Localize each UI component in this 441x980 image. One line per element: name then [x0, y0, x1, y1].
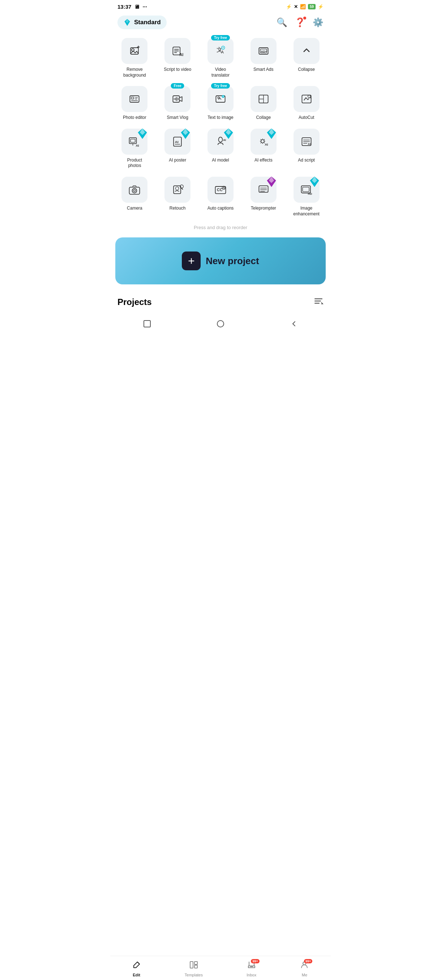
status-bar: 13:37 🖥 ··· ⚡ ✕ 📶 59 ⚡	[110, 0, 331, 13]
projects-section: Projects	[110, 293, 331, 313]
sort-button[interactable]	[314, 296, 323, 308]
diamond-badge-product-photos	[136, 127, 149, 140]
tool-ai-poster[interactable]: AI AI poster	[157, 126, 199, 172]
wifi-icon: 📶	[300, 4, 306, 10]
new-project-button[interactable]: + New project	[115, 237, 326, 285]
svg-point-62	[176, 187, 179, 190]
tool-autocut[interactable]: AutoCut	[285, 83, 327, 124]
diamond-badge-teleprompter	[265, 175, 278, 188]
help-button[interactable]: ❓	[295, 18, 306, 27]
autocut-icon	[300, 92, 313, 105]
diamond-badge-ai-poster	[179, 127, 192, 140]
svg-rect-33	[302, 95, 311, 103]
auto-captions-label: Auto captions	[207, 205, 234, 212]
tool-smart-vlog[interactable]: Free Smart Vlog	[157, 83, 199, 124]
tool-ad-script[interactable]: AI Ad script	[285, 126, 327, 172]
photo-editor-icon	[128, 92, 141, 105]
new-project-label: New project	[206, 256, 259, 267]
tool-retouch[interactable]: Retouch	[157, 174, 199, 220]
retouch-label: Retouch	[170, 205, 186, 212]
svg-text:AI: AI	[223, 186, 225, 189]
circle-icon	[216, 320, 225, 328]
ai-model-label: AI model	[212, 158, 229, 163]
tool-photo-editor[interactable]: Photo editor	[114, 83, 155, 124]
android-home-btn[interactable]	[215, 319, 226, 329]
svg-text:AI: AI	[307, 142, 310, 146]
collapse-label: Collapse	[298, 67, 315, 73]
android-navigation	[110, 313, 331, 334]
tool-teleprompter[interactable]: Teleprompter	[242, 174, 284, 220]
ai-effects-label: AI effects	[255, 158, 272, 163]
collapse-icon	[300, 45, 313, 57]
tool-image-enhancement[interactable]: HD Imageenhancement	[285, 174, 327, 220]
svg-point-83	[217, 321, 224, 327]
tool-text-to-image[interactable]: Try free Text to image	[200, 83, 242, 124]
diamond-logo-icon	[123, 18, 131, 26]
svg-point-28	[218, 97, 220, 99]
diamond-badge-ai-effects	[265, 127, 278, 140]
bluetooth-icon: ⚡	[286, 4, 292, 10]
dots-icon: ···	[142, 3, 147, 10]
plan-label: Standard	[134, 19, 161, 26]
settings-button[interactable]: ⚙️	[313, 18, 323, 27]
help-notification-dot	[303, 17, 306, 19]
tool-ai-model[interactable]: AI AI model	[200, 126, 242, 172]
tool-collapse[interactable]: Collapse	[285, 35, 327, 82]
remove-bg-label: Removebackground	[123, 67, 146, 78]
ad-script-icon: AI	[300, 135, 313, 148]
autocut-label: AutoCut	[299, 115, 314, 121]
search-button[interactable]: 🔍	[277, 18, 287, 27]
android-square-btn[interactable]	[142, 319, 152, 329]
back-arrow-icon	[290, 320, 298, 328]
photo-editor-label: Photo editor	[123, 115, 146, 121]
smart-ads-label: Smart Ads	[253, 67, 273, 73]
diamond-badge-ai-model	[222, 127, 235, 140]
camera-label: Camera	[127, 205, 142, 212]
android-back-btn[interactable]	[289, 319, 299, 329]
teleprompter-label: Teleprompter	[251, 205, 276, 212]
retouch-icon	[171, 183, 184, 196]
sort-icon	[314, 296, 323, 306]
svg-text:HD: HD	[307, 192, 312, 196]
charging-icon: ⚡	[318, 4, 323, 10]
smart-ads-icon: AD+	[257, 45, 270, 57]
tool-video-translator[interactable]: Try free 文 A Videotranslator	[200, 35, 242, 82]
battery-indicator: 59	[308, 4, 315, 10]
svg-text:A: A	[221, 50, 224, 54]
smart-vlog-icon	[171, 92, 184, 105]
camera-icon	[128, 183, 141, 196]
tool-collage[interactable]: Collage	[242, 83, 284, 124]
text-to-image-label: Text to image	[207, 115, 233, 121]
diamond-badge-image-enhance	[308, 175, 321, 188]
svg-text:AI: AI	[180, 52, 184, 57]
free-badge: Free	[171, 83, 184, 89]
tool-smart-ads[interactable]: AD+ Smart Ads	[242, 35, 284, 82]
svg-point-60	[134, 190, 135, 191]
video-translator-label: Videotranslator	[212, 67, 229, 78]
svg-text:AI: AI	[136, 144, 139, 148]
collage-icon	[257, 92, 270, 105]
tool-remove-bg[interactable]: Removebackground	[114, 35, 155, 82]
script-video-label: Script to video	[164, 67, 191, 73]
product-photos-label: Productphotos	[127, 158, 142, 169]
square-icon	[143, 320, 151, 328]
smart-vlog-label: Smart Vlog	[167, 115, 188, 121]
svg-rect-39	[131, 139, 135, 142]
remove-bg-icon	[128, 45, 141, 57]
x-icon: ✕	[294, 4, 298, 10]
svg-point-59	[132, 188, 137, 193]
tool-camera[interactable]: Camera	[114, 174, 155, 220]
app-header: Standard 🔍 ❓ ⚙️	[110, 13, 331, 35]
drag-hint: Press and drag to reorder	[110, 220, 331, 237]
try-free-badge-1: Try free	[211, 35, 230, 40]
ad-script-label: Ad script	[298, 158, 315, 163]
plan-badge[interactable]: Standard	[118, 16, 167, 29]
tool-auto-captions[interactable]: CC AI Auto captions	[200, 174, 242, 220]
plus-icon: +	[182, 251, 201, 270]
tool-product-photos[interactable]: AI Productphotos	[114, 126, 155, 172]
svg-text:CC: CC	[217, 188, 223, 192]
tool-ai-effects[interactable]: AI AI effects	[242, 126, 284, 172]
tool-script-to-video[interactable]: AI Script to video	[157, 35, 199, 82]
try-free-badge-2: Try free	[211, 83, 230, 89]
notification-icon: 🖥	[134, 3, 140, 10]
